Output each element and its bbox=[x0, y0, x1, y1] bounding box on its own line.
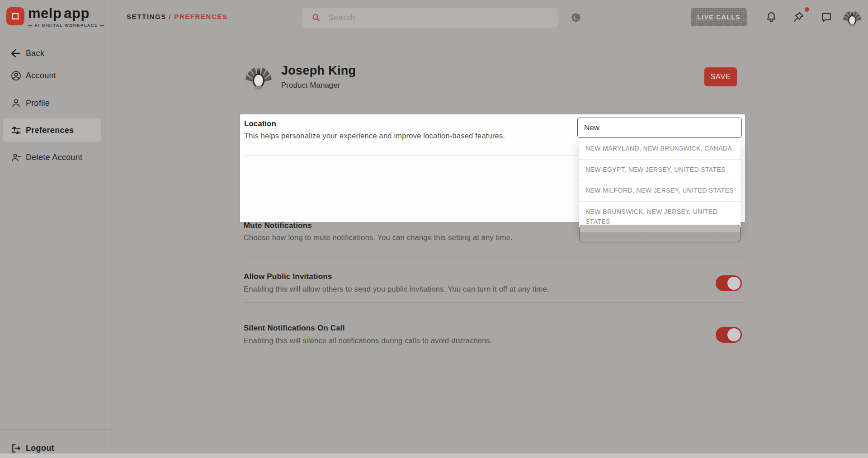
topbar: SETTINGS / PREFRENCES LIVE CALLS bbox=[112, 0, 868, 35]
sidebar: melpapp — AI DIGITAL WORKPLACE — Back Ac… bbox=[0, 0, 112, 458]
mute-notifications-title: Mute Notifications bbox=[244, 221, 312, 230]
allow-public-invitations-toggle[interactable] bbox=[716, 275, 742, 291]
bell-icon[interactable] bbox=[765, 11, 778, 24]
account-circle-icon bbox=[10, 70, 22, 81]
toggle-knob bbox=[727, 328, 741, 341]
breadcrumb: SETTINGS / PREFRENCES bbox=[127, 13, 228, 20]
allow-public-invitations-description: Enabling this will allow others to send … bbox=[244, 285, 549, 293]
sidebar-item-profile[interactable]: Profile bbox=[0, 92, 112, 114]
profile-avatar bbox=[244, 62, 274, 92]
location-input[interactable] bbox=[577, 118, 742, 138]
suggestion-option[interactable]: NEW MILFORD, NEW JERSEY, UNITED STATES bbox=[579, 180, 741, 202]
sidebar-item-delete-account[interactable]: Delete Account bbox=[0, 146, 112, 169]
sidebar-item-label: Preferences bbox=[26, 126, 74, 135]
back-button[interactable]: Back bbox=[0, 42, 112, 65]
location-title: Location bbox=[244, 119, 276, 128]
profile-name: Joseph King bbox=[281, 64, 356, 78]
location-suggestions-dropdown: NEW MARYLAND, NEW BRUNSWICK, CANADA NEW … bbox=[579, 138, 741, 232]
brand-name-light: app bbox=[64, 5, 90, 21]
breadcrumb-page: PREFRENCES bbox=[174, 13, 228, 20]
sidebar-item-label: Profile bbox=[26, 99, 50, 108]
mute-duration-select[interactable] bbox=[579, 225, 741, 242]
mute-notifications-description: Choose how long to mute notifications. Y… bbox=[244, 233, 513, 242]
silent-notifications-toggle[interactable] bbox=[716, 327, 742, 343]
sliders-icon bbox=[10, 124, 22, 136]
silent-notifications-description: Enabling this will silence all notificat… bbox=[244, 336, 492, 345]
person-icon bbox=[10, 97, 22, 109]
suggestion-option[interactable]: NEW EGYPT, NEW JERSEY, UNITED STATES bbox=[579, 160, 741, 181]
search-bar[interactable] bbox=[302, 8, 558, 28]
app-logo[interactable]: melpapp — AI DIGITAL WORKPLACE — bbox=[6, 5, 104, 28]
arrow-left-icon bbox=[10, 47, 22, 59]
user-avatar[interactable] bbox=[842, 7, 863, 28]
person-minus-icon bbox=[10, 151, 22, 163]
sidebar-item-label: Delete Account bbox=[26, 153, 82, 162]
melp-logo-icon bbox=[6, 7, 24, 25]
silent-notifications-title: Silent Notifications On Call bbox=[244, 324, 345, 333]
back-label: Back bbox=[26, 49, 44, 58]
pin-icon[interactable] bbox=[792, 11, 805, 24]
search-icon bbox=[311, 13, 321, 23]
suggestion-option[interactable]: NEW MARYLAND, NEW BRUNSWICK, CANADA bbox=[579, 138, 741, 160]
sidebar-item-label: Account bbox=[26, 71, 56, 80]
section-divider bbox=[244, 256, 745, 256]
sidebar-item-account[interactable]: Account bbox=[0, 64, 112, 87]
brand-tagline: — AI DIGITAL WORKPLACE — bbox=[28, 23, 104, 28]
location-description: This helps personalize your experience a… bbox=[244, 132, 505, 140]
allow-public-invitations-title: Allow Public Invitations bbox=[244, 272, 332, 281]
breadcrumb-separator: / bbox=[166, 13, 174, 20]
search-input[interactable] bbox=[328, 13, 536, 22]
horizontal-scrollbar-track[interactable] bbox=[0, 453, 868, 458]
chat-icon[interactable] bbox=[820, 11, 833, 24]
sidebar-item-preferences[interactable]: Preferences bbox=[3, 118, 101, 142]
logout-icon bbox=[10, 442, 22, 454]
section-divider bbox=[244, 302, 745, 303]
logout-label: Logout bbox=[26, 444, 54, 453]
brand-name-bold: melp bbox=[28, 5, 61, 21]
sidebar-divider bbox=[0, 430, 112, 430]
save-button[interactable]: SAVE bbox=[704, 67, 737, 86]
profile-role: Product Manager bbox=[281, 81, 340, 90]
theme-moon-icon[interactable] bbox=[570, 12, 582, 24]
toggle-knob bbox=[727, 277, 741, 290]
wordmark: melpapp — AI DIGITAL WORKPLACE — bbox=[28, 5, 104, 28]
live-calls-button[interactable]: LIVE CALLS bbox=[691, 8, 747, 26]
breadcrumb-section[interactable]: SETTINGS bbox=[127, 13, 166, 20]
notification-dot bbox=[805, 7, 809, 12]
